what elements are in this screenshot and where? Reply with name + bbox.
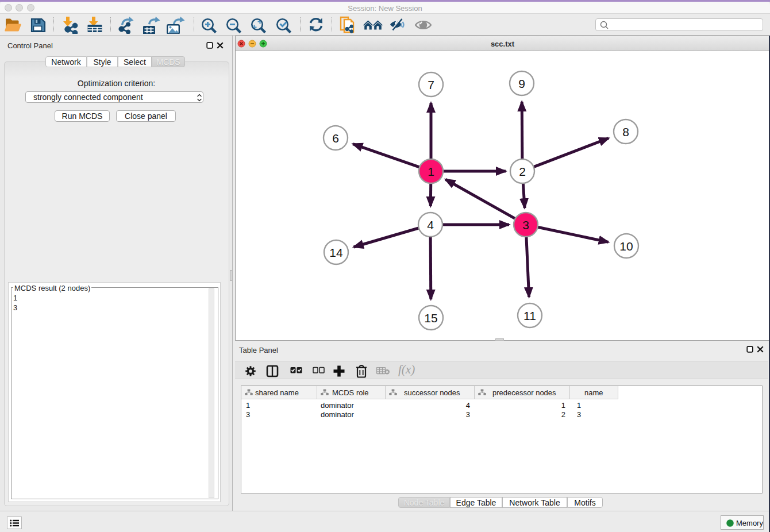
- svg-text:4: 4: [427, 218, 434, 232]
- svg-text:14: 14: [329, 246, 343, 259]
- svg-text:11: 11: [523, 309, 536, 322]
- svg-text:3: 3: [522, 218, 529, 232]
- svg-text:6: 6: [332, 132, 339, 145]
- svg-text:15: 15: [424, 311, 437, 325]
- svg-text:2: 2: [519, 165, 526, 178]
- svg-text:9: 9: [518, 77, 525, 90]
- svg-text:1: 1: [428, 165, 434, 178]
- svg-text:7: 7: [428, 78, 434, 91]
- svg-text:8: 8: [622, 125, 629, 138]
- svg-text:10: 10: [619, 240, 633, 253]
